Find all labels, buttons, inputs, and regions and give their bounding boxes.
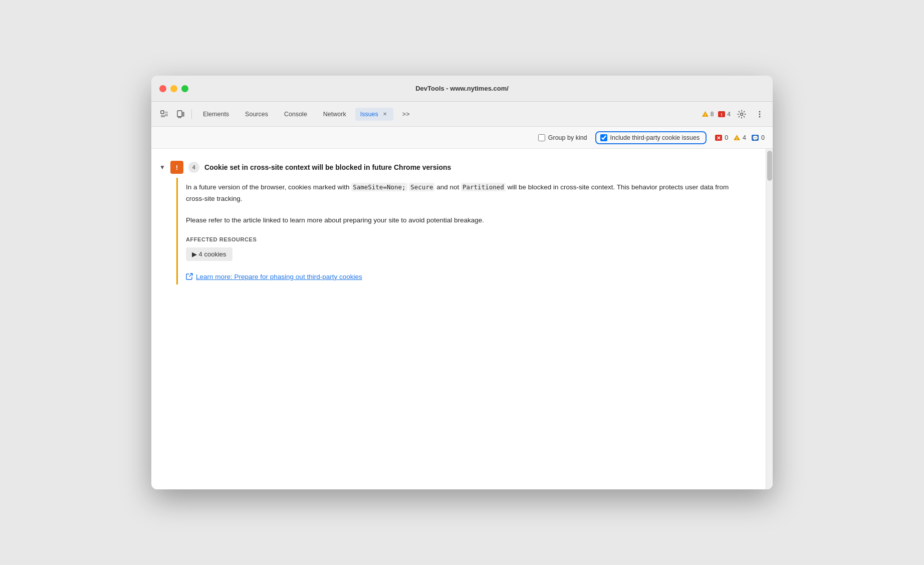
main-content: ▼ ! 4 Cookie set in cross-site context w… [151, 149, 773, 489]
external-link-icon [186, 273, 193, 280]
issue-header[interactable]: ▼ ! 4 Cookie set in cross-site context w… [151, 157, 766, 178]
scrollbar-thumb[interactable] [767, 151, 772, 181]
svg-point-10 [759, 113, 761, 115]
svg-point-9 [759, 111, 761, 112]
settings-icon[interactable] [735, 107, 749, 121]
inspector-icon[interactable] [157, 107, 171, 121]
toolbar-right: ! 8 ! 4 [702, 107, 767, 121]
group-by-kind-checkbox[interactable] [538, 134, 545, 141]
window-controls [159, 85, 188, 92]
more-menu-icon[interactable] [753, 107, 767, 121]
warning-filter-icon: ! [733, 134, 741, 141]
svg-point-11 [759, 116, 761, 117]
learn-more-link[interactable]: Learn more: Prepare for phasing out thir… [186, 273, 746, 280]
svg-rect-0 [161, 111, 164, 114]
issue-count: 4 [188, 162, 199, 173]
svg-text:!: ! [721, 112, 723, 117]
cookies-expand-button[interactable]: ▶ 4 cookies [186, 247, 233, 261]
include-third-party-filter: Include third-party cookie issues [595, 131, 707, 144]
toolbar-separator [191, 109, 192, 119]
issue-description-2: Please refer to the article linked to le… [186, 215, 746, 226]
error-badge-icon: ! [718, 111, 726, 118]
issues-panel: ▼ ! 4 Cookie set in cross-site context w… [151, 149, 766, 489]
tab-elements[interactable]: Elements [196, 108, 236, 121]
svg-rect-2 [178, 117, 181, 118]
error-count: 4 [727, 111, 731, 118]
scrollbar[interactable] [766, 149, 773, 489]
issues-toolbar: Group by kind Include third-party cookie… [151, 127, 773, 149]
include-third-party-label[interactable]: Include third-party cookie issues [600, 134, 700, 141]
svg-text:✕: ✕ [717, 135, 721, 141]
tab-console[interactable]: Console [277, 108, 314, 121]
error-filter-count: ✕ 0 [715, 134, 728, 141]
issue-description-1: In a future version of the browser, cook… [186, 182, 746, 205]
svg-rect-1 [177, 111, 182, 117]
device-toolbar-icon[interactable] [173, 107, 187, 121]
svg-rect-3 [183, 112, 184, 116]
window-title: DevTools - www.nytimes.com/ [415, 85, 509, 92]
info-filter-count: 💬 0 [751, 134, 765, 141]
info-filter-icon: 💬 [751, 134, 759, 141]
issue-title: Cookie set in cross-site context will be… [204, 163, 451, 171]
tab-more[interactable]: >> [395, 108, 417, 121]
issue-arrow-icon: ▼ [159, 164, 165, 171]
group-by-kind-label[interactable]: Group by kind [538, 134, 587, 141]
svg-text:!: ! [736, 136, 738, 141]
warning-triangle-icon: ! [702, 111, 709, 117]
error-badge-group: ! 4 [718, 111, 731, 118]
svg-text:💬: 💬 [752, 135, 759, 141]
tab-network[interactable]: Network [316, 108, 353, 121]
include-third-party-checkbox[interactable] [600, 134, 607, 141]
svg-text:!: ! [705, 113, 706, 117]
issue-group: ▼ ! 4 Cookie set in cross-site context w… [151, 149, 766, 285]
issue-severity-badge: ! [170, 161, 183, 174]
close-button[interactable] [159, 85, 166, 92]
learn-more-text: Learn more: Prepare for phasing out thir… [196, 273, 362, 280]
warning-count: 8 [711, 111, 714, 118]
titlebar: DevTools - www.nytimes.com/ [151, 76, 773, 102]
affected-resources-label: AFFECTED RESOURCES [186, 236, 746, 242]
svg-point-8 [741, 113, 743, 115]
filter-counts: ✕ 0 ! 4 💬 0 [715, 134, 765, 141]
devtools-toolbar: Elements Sources Console Network Issues … [151, 102, 773, 127]
maximize-button[interactable] [181, 85, 188, 92]
issue-body: In a future version of the browser, cook… [176, 178, 758, 285]
tab-sources[interactable]: Sources [238, 108, 275, 121]
warning-badge-group: ! 8 [702, 111, 714, 118]
tab-issues-label: Issues [360, 111, 378, 118]
minimize-button[interactable] [170, 85, 177, 92]
tab-issues-close[interactable]: ✕ [381, 111, 388, 118]
error-filter-icon: ✕ [715, 134, 723, 141]
devtools-window: DevTools - www.nytimes.com/ Elements Sou… [151, 76, 773, 489]
tab-issues[interactable]: Issues ✕ [355, 108, 393, 121]
warning-filter-count: ! 4 [733, 134, 746, 141]
